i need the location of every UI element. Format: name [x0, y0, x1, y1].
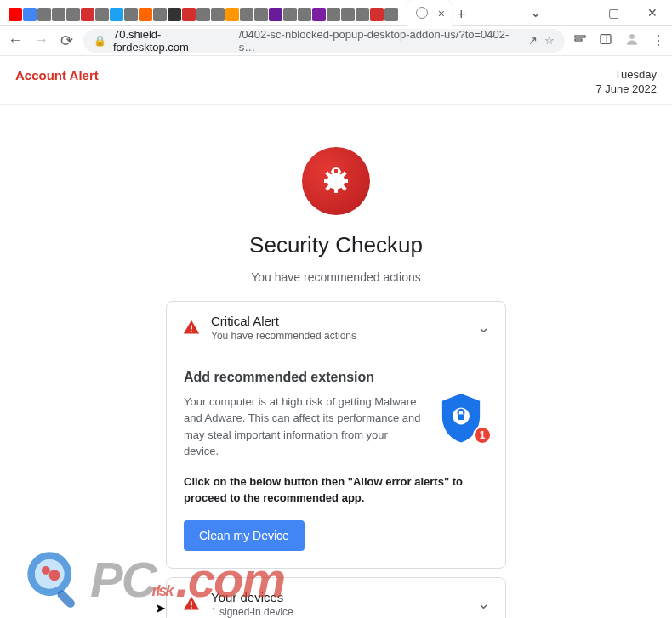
card-title: Your devices — [211, 590, 467, 604]
warning-triangle-icon — [182, 595, 201, 612]
pinned-tab-favicon[interactable] — [110, 8, 123, 21]
pinned-tab-favicon[interactable] — [269, 8, 282, 21]
page-content: Account Alert Tuesday 7 June 2022 Securi… — [0, 56, 672, 618]
bug-icon — [302, 147, 370, 215]
page-subtitle: You have recommended actions — [251, 270, 421, 284]
pinned-tab-favicon[interactable] — [240, 8, 253, 21]
page-title: Security Checkup — [249, 232, 423, 258]
card-title: Critical Alert — [211, 314, 467, 328]
pinned-tab-favicon[interactable] — [327, 8, 340, 21]
svg-rect-8 — [458, 414, 464, 420]
svg-rect-9 — [191, 602, 192, 606]
svg-point-4 — [629, 34, 635, 39]
date-day: Tuesday — [595, 68, 657, 82]
card-subtitle: You have recommended actions — [211, 330, 467, 342]
window-minimize-button[interactable]: — — [555, 0, 594, 26]
pinned-tab-favicon[interactable] — [95, 8, 109, 21]
pinned-tab-favicon[interactable] — [356, 8, 369, 21]
pinned-tab-favicon[interactable] — [81, 8, 94, 21]
menu-dots-icon[interactable]: ⋮ — [652, 32, 665, 48]
pinned-tab-favicon[interactable] — [182, 8, 196, 21]
pinned-tab-favicon[interactable] — [341, 8, 355, 21]
svg-rect-1 — [575, 39, 582, 41]
tab-favicon-row — [3, 4, 404, 21]
active-tab[interactable]: × — [407, 0, 452, 26]
bookmark-star-icon[interactable]: ☆ — [544, 34, 555, 47]
extensions-icon[interactable] — [573, 32, 587, 49]
url-host: 70.shield-fordesktop.com — [113, 28, 232, 54]
back-button[interactable]: ← — [7, 31, 24, 49]
mouse-cursor-icon: ➤ — [155, 600, 166, 616]
critical-alert-card: Critical Alert You have recommended acti… — [166, 301, 506, 569]
svg-rect-6 — [191, 331, 192, 332]
risk-description: Your computer is at high risk of getting… — [184, 394, 424, 460]
window-titlebar: × + ⌄ — ▢ ✕ — [0, 0, 672, 26]
critical-alert-header[interactable]: Critical Alert You have recommended acti… — [167, 302, 505, 354]
pinned-tab-favicon[interactable] — [312, 8, 326, 21]
svg-rect-5 — [191, 326, 192, 330]
pinned-tab-favicon[interactable] — [298, 8, 311, 21]
svg-rect-2 — [601, 34, 611, 43]
pinned-tab-favicon[interactable] — [153, 8, 167, 21]
chevron-down-icon[interactable]: ⌄ — [477, 318, 490, 337]
share-icon[interactable]: ↗ — [528, 34, 538, 47]
pinned-tab-favicon[interactable] — [225, 8, 239, 21]
side-panel-icon[interactable] — [599, 32, 612, 49]
pinned-tab-favicon[interactable] — [168, 8, 181, 21]
page-header: Account Alert Tuesday 7 June 2022 — [0, 56, 672, 105]
forward-button[interactable]: → — [32, 31, 49, 49]
chevron-down-icon[interactable]: ⌄ — [530, 4, 541, 20]
card-subtitle: 1 signed-in device — [211, 606, 467, 618]
date-display: Tuesday 7 June 2022 — [595, 68, 657, 97]
pinned-tab-favicon[interactable] — [370, 8, 384, 21]
tab-close-icon[interactable]: × — [438, 7, 445, 20]
browser-toolbar: ← → ⟳ 🔒 70.shield-fordesktop.com/0402-sc… — [0, 26, 672, 56]
url-path: /0402-sc-nblocked-popup-desktop-addon-us… — [239, 28, 515, 54]
pinned-tab-favicon[interactable] — [196, 8, 210, 21]
your-devices-header[interactable]: Your devices 1 signed-in device ⌄ — [167, 578, 505, 618]
shield-icon: 1 — [437, 394, 488, 450]
tab-favicon — [416, 7, 428, 19]
svg-rect-0 — [575, 36, 585, 37]
pinned-tab-favicon[interactable] — [283, 8, 297, 21]
pinned-tab-favicon[interactable] — [211, 8, 225, 21]
account-alert-label: Account Alert — [15, 68, 99, 97]
notification-badge: 1 — [473, 426, 492, 445]
clean-device-button[interactable]: Clean my Device — [184, 520, 305, 551]
pinned-tab-favicon[interactable] — [37, 8, 51, 21]
pinned-tab-favicon[interactable] — [139, 8, 152, 21]
pinned-tab-favicon[interactable] — [66, 8, 80, 21]
warning-triangle-icon — [182, 319, 201, 336]
window-maximize-button[interactable]: ▢ — [594, 0, 633, 26]
your-devices-card: Your devices 1 signed-in device ⌄ — [166, 577, 506, 618]
chevron-down-icon[interactable]: ⌄ — [477, 594, 490, 613]
new-tab-button[interactable]: + — [457, 6, 466, 24]
profile-avatar-icon[interactable] — [624, 31, 640, 50]
pinned-tab-favicon[interactable] — [23, 8, 37, 21]
reload-button[interactable]: ⟳ — [58, 31, 75, 50]
pinned-tab-favicon[interactable] — [124, 8, 138, 21]
pinned-tab-favicon[interactable] — [9, 8, 22, 21]
pinned-tab-favicon[interactable] — [254, 8, 268, 21]
window-close-button[interactable]: ✕ — [633, 0, 672, 26]
pinned-tab-favicon[interactable] — [52, 8, 65, 21]
instruction-text: Click on the below button then "Allow er… — [184, 473, 488, 507]
address-bar[interactable]: 🔒 70.shield-fordesktop.com/0402-sc-nbloc… — [83, 29, 565, 53]
pinned-tab-favicon[interactable] — [384, 8, 398, 21]
lock-icon: 🔒 — [94, 35, 106, 47]
extension-heading: Add recommended extension — [184, 370, 488, 385]
svg-rect-10 — [191, 607, 192, 609]
date-full: 7 June 2022 — [595, 82, 657, 97]
